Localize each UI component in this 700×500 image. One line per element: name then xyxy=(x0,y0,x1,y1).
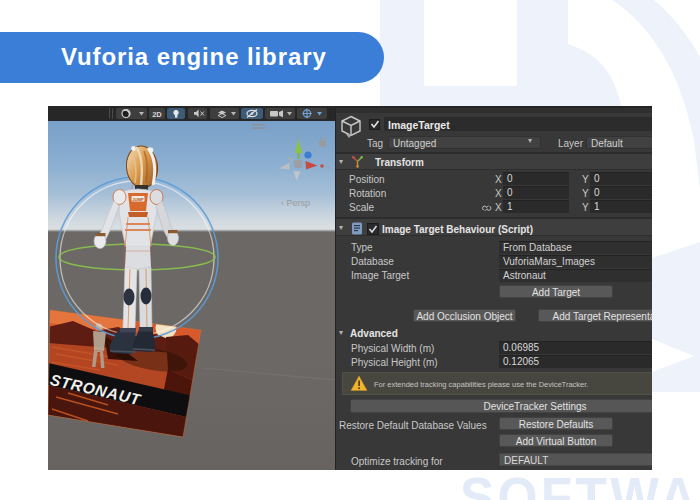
svg-text:2D: 2D xyxy=(152,110,162,119)
svg-text:x: x xyxy=(327,164,330,170)
svg-text:z: z xyxy=(314,148,317,154)
svg-text:‹ Persp: ‹ Persp xyxy=(281,198,310,208)
svg-text:SOFTWA: SOFTWA xyxy=(460,465,696,500)
svg-text:JUMP: JUMP xyxy=(132,197,144,202)
svg-text:y: y xyxy=(297,133,300,139)
